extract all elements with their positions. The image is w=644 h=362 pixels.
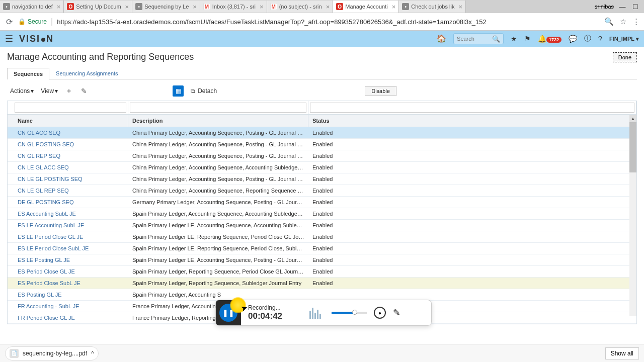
- menu-icon[interactable]: ⋮: [632, 17, 640, 26]
- done-button[interactable]: Done: [613, 52, 637, 62]
- notifications-icon[interactable]: 🔔1722: [538, 35, 561, 43]
- tab-label: Check out jobs lik: [411, 4, 454, 10]
- close-icon[interactable]: ×: [260, 3, 264, 11]
- hamburger-icon[interactable]: ☰: [5, 33, 13, 44]
- table-row[interactable]: ES LE Period Close GL JESpain Primary Le…: [8, 231, 636, 243]
- add-icon[interactable]: ＋: [65, 87, 73, 95]
- browser-tab[interactable]: •Sequencing by Le×: [132, 1, 200, 13]
- row-name-link[interactable]: ES LE Posting GL JE: [8, 257, 128, 263]
- maximize-icon[interactable]: ☐: [631, 3, 640, 10]
- row-name-link[interactable]: FR Accounting - SubL JE: [8, 303, 128, 309]
- disable-button[interactable]: Disable: [365, 86, 396, 96]
- tab-sequencing-assignments[interactable]: Sequencing Assignments: [49, 67, 125, 79]
- table-row[interactable]: ES LE Period Close SubL JESpain Primary …: [8, 243, 636, 254]
- table-row[interactable]: ES LE Accounting SubL JESpain Primary Le…: [8, 220, 636, 231]
- row-name-link[interactable]: DE GL POSTING SEQ: [8, 199, 128, 205]
- minimize-icon[interactable]: —: [618, 3, 627, 10]
- row-status: Enabled: [308, 245, 636, 251]
- row-name-link[interactable]: CN LE GL REP SEQ: [8, 188, 128, 194]
- table-row[interactable]: CN GL ACC SEQChina Primary Ledger, Accou…: [8, 127, 636, 139]
- close-icon[interactable]: ×: [193, 3, 197, 11]
- close-icon[interactable]: ×: [458, 3, 462, 11]
- help-icon[interactable]: ⓘ: [584, 34, 591, 43]
- actions-menu[interactable]: Actions ▾: [10, 87, 34, 95]
- table-row[interactable]: CN GL POSTING SEQChina Primary Ledger, A…: [8, 139, 636, 150]
- tab-favicon-icon: M: [270, 3, 277, 10]
- row-name-link[interactable]: ES Period Close SubL JE: [8, 280, 128, 286]
- download-item[interactable]: 📄 sequencing-by-leg....pdf ^: [5, 346, 99, 360]
- table-row[interactable]: CN LE GL POSTING SEQChina Primary Ledger…: [8, 173, 636, 185]
- chat-icon[interactable]: 💬: [569, 35, 577, 43]
- close-icon[interactable]: ×: [125, 3, 129, 11]
- volume-slider[interactable]: [332, 312, 367, 314]
- table-row[interactable]: ES Posting GL JESpain Primary Ledger, Ac…: [8, 289, 636, 301]
- close-icon[interactable]: ×: [57, 3, 61, 11]
- table-row[interactable]: CN LE GL REP SEQChina Primary Ledger, Ac…: [8, 185, 636, 197]
- search-icon[interactable]: 🔍: [604, 17, 614, 26]
- url-text[interactable]: https://adc-fap1535-fa-ext.oracledemos.c…: [57, 18, 600, 26]
- table-row[interactable]: ES Period Close GL JESpain Primary Ledge…: [8, 266, 636, 278]
- row-name-link[interactable]: CN GL REP SEQ: [8, 153, 128, 159]
- secure-indicator[interactable]: 🔒 Secure: [18, 18, 47, 25]
- table-row[interactable]: CN LE GL ACC SEQChina Primary Ledger, Ac…: [8, 162, 636, 173]
- help2-icon[interactable]: ?: [598, 35, 602, 43]
- profile-name[interactable]: srinibas: [595, 4, 614, 10]
- browser-tab[interactable]: •Check out jobs lik×: [399, 1, 466, 13]
- favorites-icon[interactable]: ★: [511, 35, 517, 43]
- pause-button[interactable]: ❚❚ ➤: [216, 300, 241, 325]
- global-search[interactable]: 🔍: [453, 33, 504, 44]
- table-row[interactable]: ES LE Posting GL JESpain Primary Ledger …: [8, 254, 636, 266]
- close-icon[interactable]: ×: [326, 3, 330, 11]
- row-name-link[interactable]: ES LE Period Close SubL JE: [8, 245, 128, 251]
- chevron-up-icon[interactable]: ^: [91, 350, 94, 357]
- row-name-link[interactable]: CN LE GL POSTING SEQ: [8, 176, 128, 182]
- show-all-button[interactable]: Show all: [605, 347, 639, 359]
- row-name-link[interactable]: ES LE Accounting SubL JE: [8, 222, 128, 228]
- col-header-status[interactable]: Status: [308, 115, 636, 127]
- scroll-up-icon[interactable]: ▲: [629, 115, 636, 122]
- row-name-link[interactable]: ES Period Close GL JE: [8, 268, 128, 275]
- browser-tab[interactable]: MInbox (3,817) - sri×: [200, 1, 267, 13]
- browser-tab[interactable]: •navigation to def×: [0, 1, 64, 13]
- row-name-link[interactable]: ES Accounting SubL JE: [8, 211, 128, 217]
- filter-status-input[interactable]: [310, 103, 634, 113]
- row-name-link[interactable]: CN GL ACC SEQ: [8, 130, 128, 136]
- row-name-link[interactable]: CN LE GL ACC SEQ: [8, 164, 128, 170]
- vertical-scrollbar[interactable]: ▲: [629, 115, 636, 316]
- webcam-icon[interactable]: ●: [374, 307, 386, 319]
- edit-icon[interactable]: ✎: [80, 87, 88, 95]
- browser-tab[interactable]: M(no subject) - srin×: [267, 1, 334, 13]
- flag-icon[interactable]: ⚑: [524, 35, 531, 43]
- detach-button[interactable]: ⧉ Detach: [191, 87, 217, 95]
- row-name-link[interactable]: FR Period Close GL JE: [8, 315, 128, 321]
- table-row[interactable]: ES Period Close SubL JESpain Primary Led…: [8, 278, 636, 289]
- tab-sequences[interactable]: Sequences: [7, 68, 49, 79]
- annotate-icon[interactable]: ✎: [393, 307, 400, 318]
- reload-icon[interactable]: ⟳: [4, 17, 14, 27]
- filter-name-input[interactable]: [15, 103, 126, 113]
- user-menu[interactable]: FIN_IMPL ▾: [609, 36, 639, 42]
- search-input[interactable]: [457, 36, 492, 42]
- view-menu[interactable]: View ▾: [41, 87, 58, 95]
- freeze-icon[interactable]: ▦: [173, 85, 184, 97]
- home-icon[interactable]: 🏠: [437, 34, 446, 43]
- row-name-link[interactable]: ES Posting GL JE: [8, 292, 128, 298]
- tab-favicon-icon: O: [67, 3, 74, 10]
- tab-label: navigation to def: [12, 4, 53, 10]
- browser-tab[interactable]: OManage Accounti×: [333, 1, 399, 13]
- row-name-link[interactable]: CN GL POSTING SEQ: [8, 141, 128, 147]
- tab-favicon-icon: •: [3, 3, 10, 10]
- close-icon[interactable]: ×: [392, 3, 396, 11]
- table-row[interactable]: ES Accounting SubL JESpain Primary Ledge…: [8, 208, 636, 220]
- star-icon[interactable]: ☆: [620, 17, 626, 26]
- table-row[interactable]: CN GL REP SEQChina Primary Ledger, Accou…: [8, 150, 636, 162]
- filter-description-input[interactable]: [130, 103, 306, 113]
- scroll-thumb[interactable]: [629, 122, 636, 172]
- col-header-description[interactable]: Description: [128, 115, 308, 127]
- table-row[interactable]: DE GL POSTING SEQGermany Primary Ledger,…: [8, 197, 636, 208]
- row-name-link[interactable]: ES LE Period Close GL JE: [8, 234, 128, 240]
- col-header-name[interactable]: Name: [8, 115, 128, 127]
- browser-tab[interactable]: OSetting Up Docum×: [64, 1, 132, 13]
- search-icon[interactable]: 🔍: [492, 35, 500, 43]
- app-logo[interactable]: VISIN: [19, 34, 54, 44]
